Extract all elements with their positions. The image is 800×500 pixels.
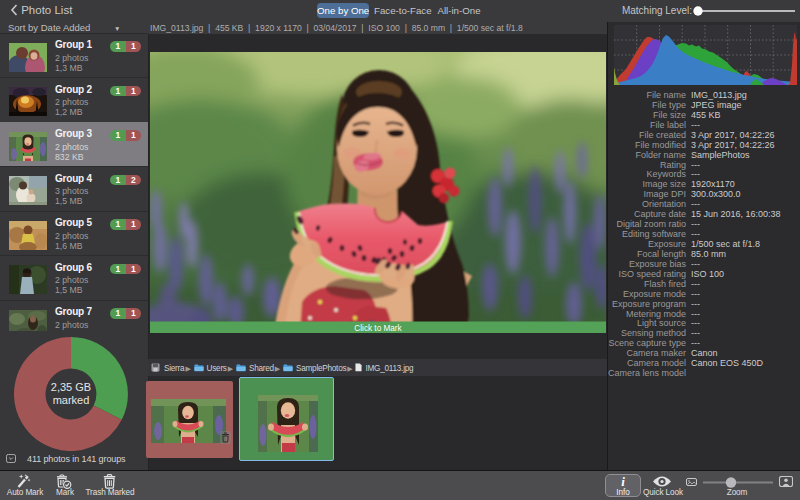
svg-text:Click to Mark: Click to Mark <box>354 324 402 333</box>
